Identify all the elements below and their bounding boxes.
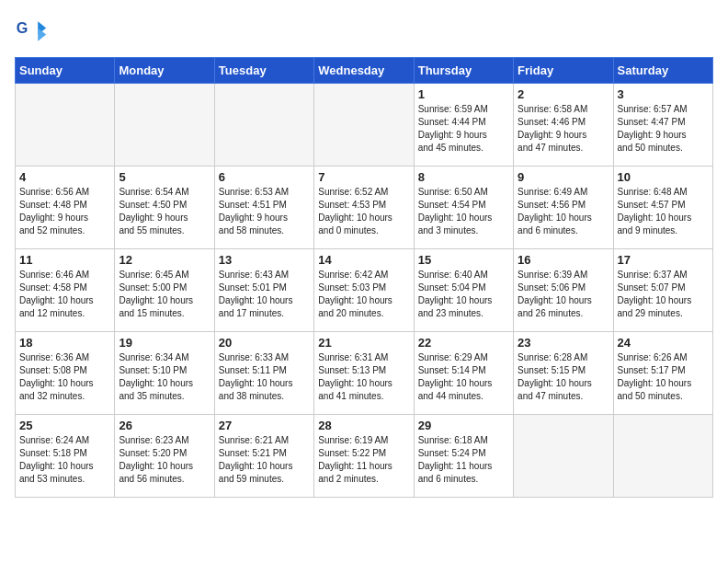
calendar-cell: 29Sunrise: 6:18 AM Sunset: 5:24 PM Dayli…	[414, 415, 513, 498]
day-info: Sunrise: 6:52 AM Sunset: 4:53 PM Dayligh…	[318, 186, 409, 237]
day-info: Sunrise: 6:43 AM Sunset: 5:01 PM Dayligh…	[219, 269, 310, 320]
calendar-cell	[613, 415, 712, 498]
calendar-cell	[514, 415, 613, 498]
calendar-cell	[314, 84, 414, 167]
calendar-cell: 26Sunrise: 6:23 AM Sunset: 5:20 PM Dayli…	[115, 415, 214, 498]
day-info: Sunrise: 6:46 AM Sunset: 4:58 PM Dayligh…	[19, 269, 110, 320]
weekday-header-sunday: Sunday	[16, 58, 115, 84]
day-info: Sunrise: 6:59 AM Sunset: 4:44 PM Dayligh…	[418, 103, 509, 155]
calendar-cell	[16, 84, 115, 167]
calendar-cell: 27Sunrise: 6:21 AM Sunset: 5:21 PM Dayli…	[214, 415, 313, 498]
calendar-cell: 4Sunrise: 6:56 AM Sunset: 4:48 PM Daylig…	[16, 167, 115, 249]
day-number: 6	[219, 170, 310, 184]
calendar-cell: 10Sunrise: 6:48 AM Sunset: 4:57 PM Dayli…	[613, 167, 712, 249]
weekday-header-saturday: Saturday	[613, 58, 712, 84]
calendar-cell: 22Sunrise: 6:29 AM Sunset: 5:14 PM Dayli…	[414, 332, 513, 415]
calendar-cell: 11Sunrise: 6:46 AM Sunset: 4:58 PM Dayli…	[16, 249, 115, 332]
day-info: Sunrise: 6:40 AM Sunset: 5:04 PM Dayligh…	[418, 269, 509, 320]
logo-icon: G	[15, 15, 48, 48]
weekday-header-monday: Monday	[115, 58, 214, 84]
day-number: 10	[618, 170, 709, 184]
day-number: 24	[618, 336, 709, 350]
calendar-cell: 12Sunrise: 6:45 AM Sunset: 5:00 PM Dayli…	[115, 249, 214, 332]
calendar-cell: 19Sunrise: 6:34 AM Sunset: 5:10 PM Dayli…	[115, 332, 214, 415]
weekday-header-thursday: Thursday	[414, 58, 513, 84]
day-info: Sunrise: 6:58 AM Sunset: 4:46 PM Dayligh…	[518, 103, 609, 155]
page-header: G	[15, 15, 713, 48]
calendar-cell: 5Sunrise: 6:54 AM Sunset: 4:50 PM Daylig…	[115, 167, 214, 249]
calendar-cell: 25Sunrise: 6:24 AM Sunset: 5:18 PM Dayli…	[16, 415, 115, 498]
weekday-header-tuesday: Tuesday	[214, 58, 313, 84]
day-number: 27	[219, 419, 310, 432]
day-info: Sunrise: 6:21 AM Sunset: 5:21 PM Dayligh…	[219, 434, 310, 486]
calendar-week-3: 11Sunrise: 6:46 AM Sunset: 4:58 PM Dayli…	[16, 249, 713, 332]
day-number: 13	[219, 253, 310, 267]
day-number: 11	[19, 253, 110, 267]
weekday-header-wednesday: Wednesday	[314, 58, 414, 84]
calendar-cell: 8Sunrise: 6:50 AM Sunset: 4:54 PM Daylig…	[414, 167, 513, 249]
calendar: SundayMondayTuesdayWednesdayThursdayFrid…	[15, 57, 713, 498]
calendar-cell: 28Sunrise: 6:19 AM Sunset: 5:22 PM Dayli…	[314, 415, 414, 498]
day-info: Sunrise: 6:53 AM Sunset: 4:51 PM Dayligh…	[219, 186, 310, 237]
day-info: Sunrise: 6:50 AM Sunset: 4:54 PM Dayligh…	[418, 186, 509, 237]
day-number: 9	[518, 170, 609, 184]
day-number: 7	[318, 170, 409, 184]
day-info: Sunrise: 6:42 AM Sunset: 5:03 PM Dayligh…	[318, 269, 409, 320]
calendar-cell: 15Sunrise: 6:40 AM Sunset: 5:04 PM Dayli…	[414, 249, 513, 332]
day-number: 18	[19, 336, 110, 350]
day-info: Sunrise: 6:39 AM Sunset: 5:06 PM Dayligh…	[518, 269, 609, 320]
day-info: Sunrise: 6:28 AM Sunset: 5:15 PM Dayligh…	[518, 351, 609, 403]
calendar-cell: 6Sunrise: 6:53 AM Sunset: 4:51 PM Daylig…	[214, 167, 313, 249]
day-number: 5	[119, 170, 210, 184]
calendar-week-1: 1Sunrise: 6:59 AM Sunset: 4:44 PM Daylig…	[16, 84, 713, 167]
day-info: Sunrise: 6:31 AM Sunset: 5:13 PM Dayligh…	[318, 351, 409, 403]
day-info: Sunrise: 6:54 AM Sunset: 4:50 PM Dayligh…	[119, 186, 210, 237]
calendar-week-5: 25Sunrise: 6:24 AM Sunset: 5:18 PM Dayli…	[16, 415, 713, 498]
calendar-cell: 3Sunrise: 6:57 AM Sunset: 4:47 PM Daylig…	[613, 84, 712, 167]
day-number: 4	[19, 170, 110, 184]
day-number: 8	[418, 170, 509, 184]
calendar-cell: 18Sunrise: 6:36 AM Sunset: 5:08 PM Dayli…	[16, 332, 115, 415]
day-number: 19	[119, 336, 210, 350]
day-number: 20	[219, 336, 310, 350]
calendar-cell: 14Sunrise: 6:42 AM Sunset: 5:03 PM Dayli…	[314, 249, 414, 332]
day-info: Sunrise: 6:29 AM Sunset: 5:14 PM Dayligh…	[418, 351, 509, 403]
day-info: Sunrise: 6:19 AM Sunset: 5:22 PM Dayligh…	[318, 434, 409, 486]
day-info: Sunrise: 6:33 AM Sunset: 5:11 PM Dayligh…	[219, 351, 310, 403]
day-info: Sunrise: 6:26 AM Sunset: 5:17 PM Dayligh…	[618, 351, 709, 403]
day-number: 23	[518, 336, 609, 350]
day-number: 12	[119, 253, 210, 267]
day-info: Sunrise: 6:18 AM Sunset: 5:24 PM Dayligh…	[418, 434, 509, 486]
weekday-header-friday: Friday	[514, 58, 613, 84]
svg-text:G: G	[17, 19, 28, 36]
day-info: Sunrise: 6:24 AM Sunset: 5:18 PM Dayligh…	[19, 434, 110, 486]
day-number: 15	[418, 253, 509, 267]
day-info: Sunrise: 6:37 AM Sunset: 5:07 PM Dayligh…	[618, 269, 709, 320]
day-number: 17	[618, 253, 709, 267]
day-number: 28	[318, 419, 409, 432]
calendar-cell: 21Sunrise: 6:31 AM Sunset: 5:13 PM Dayli…	[314, 332, 414, 415]
calendar-cell	[214, 84, 313, 167]
calendar-cell: 17Sunrise: 6:37 AM Sunset: 5:07 PM Dayli…	[613, 249, 712, 332]
day-number: 14	[318, 253, 409, 267]
calendar-cell: 1Sunrise: 6:59 AM Sunset: 4:44 PM Daylig…	[414, 84, 513, 167]
calendar-week-4: 18Sunrise: 6:36 AM Sunset: 5:08 PM Dayli…	[16, 332, 713, 415]
day-number: 2	[518, 87, 609, 101]
day-number: 16	[518, 253, 609, 267]
day-info: Sunrise: 6:56 AM Sunset: 4:48 PM Dayligh…	[19, 186, 110, 237]
calendar-cell	[115, 84, 214, 167]
calendar-cell: 23Sunrise: 6:28 AM Sunset: 5:15 PM Dayli…	[514, 332, 613, 415]
day-info: Sunrise: 6:36 AM Sunset: 5:08 PM Dayligh…	[19, 351, 110, 403]
calendar-cell: 9Sunrise: 6:49 AM Sunset: 4:56 PM Daylig…	[514, 167, 613, 249]
day-info: Sunrise: 6:57 AM Sunset: 4:47 PM Dayligh…	[618, 103, 709, 155]
calendar-week-2: 4Sunrise: 6:56 AM Sunset: 4:48 PM Daylig…	[16, 167, 713, 249]
day-number: 25	[19, 419, 110, 432]
day-info: Sunrise: 6:49 AM Sunset: 4:56 PM Dayligh…	[518, 186, 609, 237]
day-info: Sunrise: 6:34 AM Sunset: 5:10 PM Dayligh…	[119, 351, 210, 403]
calendar-cell: 13Sunrise: 6:43 AM Sunset: 5:01 PM Dayli…	[214, 249, 313, 332]
day-number: 22	[418, 336, 509, 350]
calendar-cell: 2Sunrise: 6:58 AM Sunset: 4:46 PM Daylig…	[514, 84, 613, 167]
calendar-cell: 16Sunrise: 6:39 AM Sunset: 5:06 PM Dayli…	[514, 249, 613, 332]
day-number: 26	[119, 419, 210, 432]
day-number: 29	[418, 419, 509, 432]
